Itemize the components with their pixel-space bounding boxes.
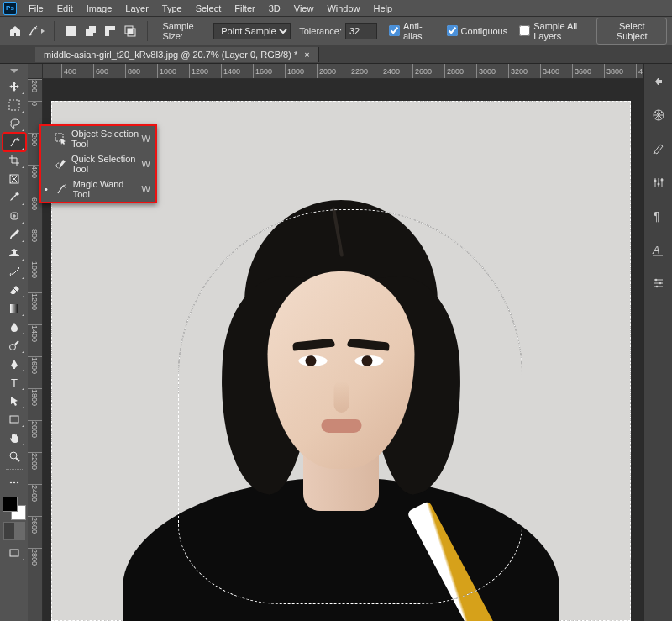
contiguous-checkbox[interactable]: Contiguous — [447, 25, 508, 36]
adjustments-panel-icon[interactable] — [649, 173, 668, 192]
svg-point-13 — [18, 139, 19, 141]
object-selection-icon — [55, 132, 66, 145]
menu-bar: Ps File Edit Image Layer Type Select Fil… — [0, 0, 672, 17]
svg-rect-10 — [128, 29, 133, 34]
svg-point-23 — [13, 482, 14, 483]
quick-mask-toggle[interactable] — [3, 522, 25, 540]
eyedropper-tool[interactable] — [3, 189, 25, 206]
svg-rect-6 — [105, 26, 115, 36]
menu-edit[interactable]: Edit — [50, 2, 80, 15]
sample-all-layers-checkbox[interactable]: Sample All Layers — [519, 21, 596, 41]
tool-flyout-menu: Object Selection Tool W Quick Selection … — [39, 124, 157, 203]
svg-rect-4 — [86, 29, 93, 36]
svg-rect-25 — [10, 550, 18, 556]
svg-text:T: T — [11, 376, 18, 388]
svg-point-0 — [34, 26, 35, 27]
clone-stamp-tool[interactable] — [3, 245, 25, 261]
paragraph-panel-icon[interactable]: ¶ — [649, 207, 668, 225]
color-panel-icon[interactable] — [649, 106, 668, 124]
sample-size-select[interactable]: Point Sample — [213, 23, 291, 39]
type-tool[interactable]: T — [3, 374, 25, 391]
svg-point-21 — [10, 452, 17, 459]
brush-tool[interactable] — [3, 226, 25, 243]
eraser-tool[interactable] — [3, 282, 25, 298]
foreground-background-colors[interactable] — [3, 497, 26, 520]
path-selection-tool[interactable] — [3, 392, 25, 409]
menu-file[interactable]: File — [22, 2, 50, 15]
svg-point-2 — [35, 25, 36, 26]
toolbar-grip-icon[interactable] — [10, 69, 18, 74]
svg-point-12 — [17, 138, 18, 139]
pen-tool[interactable] — [3, 355, 25, 372]
menu-select[interactable]: Select — [189, 2, 228, 15]
menu-type[interactable]: Type — [155, 2, 189, 15]
svg-point-22 — [9, 482, 11, 483]
svg-rect-8 — [125, 26, 133, 34]
blur-tool[interactable] — [3, 318, 25, 335]
frame-tool[interactable] — [3, 171, 25, 187]
selection-intersect-icon[interactable] — [122, 22, 139, 40]
sample-size-label: Sample Size: — [162, 21, 210, 41]
close-tab-icon[interactable]: × — [304, 50, 309, 60]
svg-point-14 — [17, 137, 18, 138]
menu-image[interactable]: Image — [80, 2, 119, 15]
history-brush-tool[interactable] — [3, 263, 25, 280]
dodge-tool[interactable] — [3, 337, 25, 354]
panel-expand-icon[interactable] — [649, 72, 668, 91]
right-panel-strip: ¶ A — [643, 64, 672, 621]
svg-point-32 — [654, 279, 657, 282]
foreground-color-swatch[interactable] — [3, 497, 18, 512]
shape-tool[interactable] — [3, 411, 25, 428]
zoom-tool[interactable] — [3, 448, 25, 465]
edit-toolbar-button[interactable] — [3, 474, 25, 491]
svg-point-27 — [654, 180, 656, 182]
menu-view[interactable]: View — [287, 2, 321, 15]
select-subject-button[interactable]: Select Subject — [596, 18, 667, 45]
character-panel-icon[interactable]: A — [649, 240, 668, 259]
magic-wand-icon — [55, 182, 68, 196]
selection-subtract-icon[interactable] — [102, 22, 118, 40]
flyout-quick-selection-tool[interactable]: Quick Selection Tool W — [41, 151, 155, 176]
ruler-origin[interactable] — [28, 64, 43, 79]
swatches-panel-icon[interactable] — [649, 139, 668, 158]
document-tab[interactable]: middle-asian-girl_t20_kRv8I3.jpg @ 20.7%… — [35, 47, 319, 62]
tolerance-input[interactable] — [345, 23, 377, 39]
lasso-tool[interactable] — [3, 115, 25, 132]
tolerance-label: Tolerance: — [299, 26, 342, 36]
menu-help[interactable]: Help — [367, 2, 400, 15]
svg-point-28 — [657, 183, 659, 186]
svg-point-39 — [65, 184, 66, 185]
selection-new-icon[interactable] — [62, 22, 79, 40]
photo-subject — [156, 175, 526, 621]
quick-selection-icon — [55, 157, 66, 171]
crop-tool[interactable] — [3, 152, 25, 169]
gradient-tool[interactable] — [3, 300, 25, 317]
hand-tool[interactable] — [3, 429, 25, 446]
svg-rect-9 — [128, 29, 135, 36]
move-tool[interactable] — [3, 78, 25, 95]
home-button[interactable] — [7, 22, 24, 40]
flyout-magic-wand-tool[interactable]: Magic Wand Tool W — [41, 176, 155, 202]
marquee-tool[interactable] — [3, 97, 25, 113]
svg-point-34 — [655, 286, 658, 288]
menu-3d[interactable]: 3D — [262, 2, 287, 15]
selection-add-icon[interactable] — [82, 22, 99, 40]
svg-rect-11 — [9, 100, 19, 110]
svg-text:¶: ¶ — [654, 209, 660, 223]
properties-panel-icon[interactable] — [649, 274, 668, 292]
document-tab-title: middle-asian-girl_t20_kRv8I3.jpg @ 20.7%… — [44, 50, 297, 60]
ruler-horizontal[interactable]: 400 600 800 1000 1200 1400 1600 1800 200… — [43, 64, 643, 79]
menu-filter[interactable]: Filter — [228, 2, 261, 15]
svg-point-33 — [659, 282, 661, 285]
anti-alias-checkbox[interactable]: Anti-alias — [389, 21, 435, 41]
svg-point-38 — [65, 187, 66, 188]
healing-brush-tool[interactable] — [3, 208, 25, 224]
screen-mode-button[interactable] — [3, 545, 25, 561]
current-tool-icon[interactable] — [27, 22, 45, 40]
flyout-object-selection-tool[interactable]: Object Selection Tool W — [41, 126, 155, 151]
menu-layer[interactable]: Layer — [118, 2, 155, 15]
magic-wand-tool[interactable] — [3, 134, 25, 150]
svg-point-1 — [36, 28, 37, 29]
menu-window[interactable]: Window — [320, 2, 366, 15]
svg-point-24 — [16, 482, 18, 483]
